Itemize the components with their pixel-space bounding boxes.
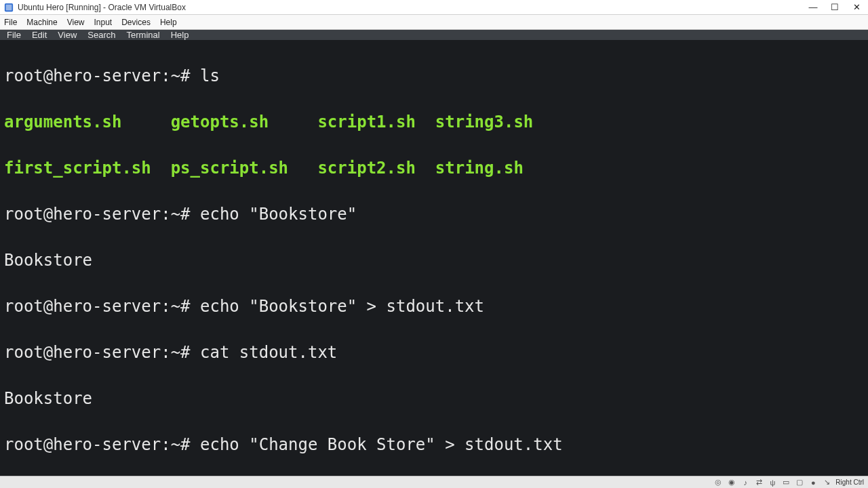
vb-menu-file[interactable]: File	[4, 18, 17, 27]
term-menu-search[interactable]: Search	[87, 30, 115, 40]
cmd-echo-redirect: echo "Bookstore" > stdout.txt	[200, 297, 484, 316]
virtualbox-menubar[interactable]: File Machine View Input Devices Help	[0, 15, 868, 30]
terminal-viewport[interactable]: root@hero-server:~# ls arguments.sh geto…	[0, 40, 868, 488]
file: string3.sh	[435, 113, 534, 131]
optical-icon[interactable]: ◉	[727, 478, 736, 487]
prompt: root@hero-server:~#	[4, 297, 200, 316]
minimize-button[interactable]: —	[808, 3, 818, 12]
terminal-line: root@hero-server:~# echo "Bookstore"	[4, 203, 864, 226]
file: ps_script.sh	[171, 159, 288, 178]
file: script1.sh	[317, 113, 416, 131]
usb-icon[interactable]: ψ	[768, 478, 777, 487]
file: script2.sh	[317, 159, 416, 178]
prompt: root@hero-server:~#	[4, 435, 200, 454]
host-key-label: Right Ctrl	[835, 479, 864, 486]
terminal-line: root@hero-server:~# echo "Bookstore" > s…	[4, 295, 864, 318]
display-icon[interactable]: ▢	[795, 478, 804, 487]
audio-icon[interactable]: ♪	[741, 478, 750, 487]
shared-folder-icon[interactable]: ▭	[781, 478, 791, 487]
svg-rect-1	[6, 4, 12, 10]
term-menu-terminal[interactable]: Terminal	[127, 30, 160, 40]
vb-menu-machine[interactable]: Machine	[26, 18, 57, 27]
network-icon[interactable]: ⇄	[754, 478, 764, 487]
term-menu-edit[interactable]: Edit	[32, 30, 47, 40]
vb-menu-view[interactable]: View	[67, 18, 85, 27]
term-menu-help[interactable]: Help	[171, 30, 189, 40]
terminal-window: File Edit View Search Terminal Help root…	[0, 30, 868, 476]
ls-output-row: arguments.sh getopts.sh script1.sh strin…	[4, 110, 864, 134]
terminal-output: Bookstore	[4, 249, 864, 272]
cmd-echo: echo "Bookstore"	[200, 205, 357, 224]
cmd-echo-redirect: echo "Change Book Store" > stdout.txt	[200, 435, 563, 454]
terminal-line: root@hero-server:~# ls	[4, 64, 864, 87]
terminal-line: root@hero-server:~# cat stdout.txt	[4, 341, 864, 364]
virtualbox-titlebar: Ubuntu Hero [Running] - Oracle VM Virtua…	[0, 0, 868, 15]
term-menu-view[interactable]: View	[58, 30, 77, 40]
window-controls: — ☐ ✕	[808, 3, 864, 12]
prompt: root@hero-server:~#	[4, 66, 200, 85]
window-title: Ubuntu Hero [Running] - Oracle VM Virtua…	[18, 3, 808, 12]
vb-menu-devices[interactable]: Devices	[121, 18, 151, 27]
maximize-button[interactable]: ☐	[830, 3, 840, 12]
terminal-menubar[interactable]: File Edit View Search Terminal Help	[0, 30, 868, 40]
recording-icon[interactable]: ●	[808, 478, 818, 487]
virtualbox-statusbar: ◎ ◉ ♪ ⇄ ψ ▭ ▢ ● ↘ Right Ctrl	[0, 476, 868, 488]
file: getopts.sh	[171, 113, 269, 131]
terminal-line: root@hero-server:~# echo "Change Book St…	[4, 433, 864, 456]
file: string.sh	[435, 159, 524, 178]
vb-menu-help[interactable]: Help	[160, 18, 177, 27]
vb-menu-input[interactable]: Input	[94, 18, 113, 27]
mouse-integration-icon[interactable]: ↘	[822, 478, 831, 487]
prompt: root@hero-server:~#	[4, 205, 200, 224]
ls-output-row: first_script.sh ps_script.sh script2.sh …	[4, 157, 864, 180]
file: first_script.sh	[4, 159, 151, 178]
virtualbox-icon	[4, 3, 14, 12]
terminal-output: Bookstore	[4, 387, 864, 410]
prompt: root@hero-server:~#	[4, 343, 200, 362]
hard-disk-icon[interactable]: ◎	[713, 478, 723, 487]
close-button[interactable]: ✕	[852, 3, 861, 12]
file: arguments.sh	[4, 113, 121, 131]
cmd-ls: ls	[200, 66, 220, 85]
cmd-cat: cat stdout.txt	[200, 343, 337, 362]
term-menu-file[interactable]: File	[7, 30, 21, 40]
